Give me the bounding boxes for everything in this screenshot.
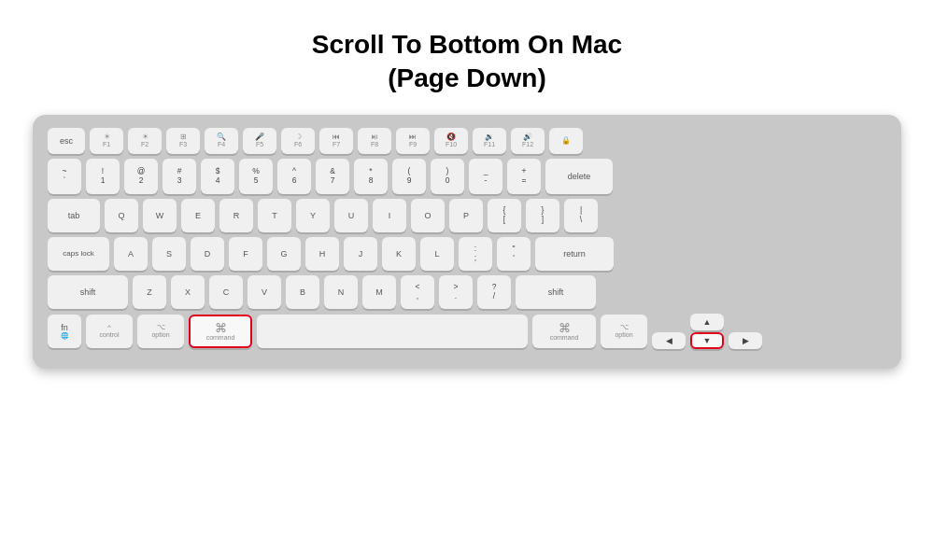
- key-esc: esc: [48, 128, 85, 154]
- key-4: $4: [201, 159, 234, 194]
- key-u: U: [334, 199, 368, 232]
- key-lshift: shift: [48, 275, 128, 309]
- qwerty-row: tab Q W E R T Y U I O P {[ }] |\: [48, 199, 886, 232]
- key-v: V: [248, 275, 281, 309]
- key-h: H: [305, 237, 339, 271]
- key-semicolon: :;: [459, 237, 492, 271]
- arrow-cluster: ▲ ◀ ▼ ▶: [652, 314, 762, 349]
- key-1: !1: [86, 159, 120, 194]
- key-8: *8: [354, 159, 388, 194]
- key-equals: +=: [507, 159, 541, 194]
- key-tab: tab: [48, 199, 100, 232]
- key-capslock: caps lock: [48, 237, 109, 271]
- key-n: N: [324, 275, 358, 309]
- number-row: ~` !1 @2 #3 $4 %5 ^6 &7 *8 (9 )0 _- += d…: [48, 159, 886, 194]
- key-t: T: [258, 199, 291, 232]
- key-y: Y: [296, 199, 330, 232]
- key-arrow-right: ▶: [729, 332, 762, 349]
- key-fn: fn🌐: [48, 315, 81, 348]
- key-l: L: [420, 237, 454, 271]
- key-return: return: [535, 237, 614, 271]
- key-m: M: [362, 275, 396, 309]
- keyboard-diagram: esc ☀F1 ☀F2 ⊞F3 🔍F4 🎤F5 ☽F6 ⏮F7 ⏯F8 ⏭F9 …: [33, 115, 901, 369]
- key-q: Q: [105, 199, 138, 232]
- key-o: O: [411, 199, 445, 232]
- key-lbracket: {[: [488, 199, 521, 232]
- key-z: Z: [133, 275, 166, 309]
- asdf-row: caps lock A S D F G H J K L :; "' return: [48, 237, 886, 271]
- key-quote: "': [497, 237, 531, 271]
- key-arrow-down: ▼: [690, 332, 724, 349]
- key-rbracket: }]: [526, 199, 559, 232]
- key-k: K: [382, 237, 416, 271]
- key-f9: ⏭F9: [396, 128, 430, 154]
- key-f3: ⊞F3: [166, 128, 200, 154]
- key-3: #3: [163, 159, 196, 194]
- key-f: F: [229, 237, 262, 271]
- key-6: ^6: [277, 159, 311, 194]
- key-s: S: [152, 237, 186, 271]
- zxcv-row: shift Z X C V B N M <, >. ?/ shift: [48, 275, 886, 309]
- key-p: P: [449, 199, 483, 232]
- key-space: [257, 315, 528, 348]
- key-slash: ?/: [477, 275, 511, 309]
- key-g: G: [267, 237, 301, 271]
- key-tilde: ~`: [48, 159, 81, 194]
- key-f12: 🔊F12: [511, 128, 545, 154]
- key-delete: delete: [545, 159, 613, 194]
- key-rshift: shift: [516, 275, 596, 309]
- key-e: E: [181, 199, 215, 232]
- key-command-right: ⌘command: [532, 315, 596, 348]
- key-x: X: [171, 275, 205, 309]
- key-5: %5: [239, 159, 273, 194]
- key-i: I: [373, 199, 406, 232]
- key-2: @2: [124, 159, 158, 194]
- key-f4: 🔍F4: [205, 128, 238, 154]
- key-w: W: [143, 199, 177, 232]
- key-7: &7: [316, 159, 349, 194]
- key-f11: 🔉F11: [473, 128, 506, 154]
- key-minus: _-: [469, 159, 502, 194]
- key-f10: 🔇F10: [434, 128, 468, 154]
- key-c: C: [209, 275, 243, 309]
- key-9: (9: [392, 159, 426, 194]
- fn-row: esc ☀F1 ☀F2 ⊞F3 🔍F4 🎤F5 ☽F6 ⏮F7 ⏯F8 ⏭F9 …: [48, 128, 886, 154]
- key-j: J: [344, 237, 377, 271]
- key-f5: 🎤F5: [243, 128, 276, 154]
- bottom-row: fn🌐 ^control ⌥option ⌘command ⌘command ⌥…: [48, 314, 886, 349]
- key-f8: ⏯F8: [358, 128, 391, 154]
- key-command-left: ⌘command: [189, 315, 252, 348]
- key-0: )0: [431, 159, 464, 194]
- key-r: R: [219, 199, 253, 232]
- key-option-left: ⌥option: [137, 315, 184, 348]
- key-d: D: [191, 237, 224, 271]
- key-option-right: ⌥option: [601, 315, 647, 348]
- key-backslash: |\: [564, 199, 598, 232]
- key-arrow-left: ◀: [652, 332, 686, 349]
- key-f1: ☀F1: [90, 128, 123, 154]
- key-arrow-up: ▲: [690, 314, 724, 330]
- key-b: B: [286, 275, 319, 309]
- key-f6: ☽F6: [281, 128, 315, 154]
- key-a: A: [114, 237, 148, 271]
- key-lock: 🔒: [549, 128, 583, 154]
- page-title: Scroll To Bottom On Mac (Page Down): [312, 28, 622, 96]
- key-comma: <,: [401, 275, 434, 309]
- key-period: >.: [439, 275, 473, 309]
- key-f7: ⏮F7: [319, 128, 353, 154]
- key-control: ^control: [86, 315, 133, 348]
- key-f2: ☀F2: [128, 128, 162, 154]
